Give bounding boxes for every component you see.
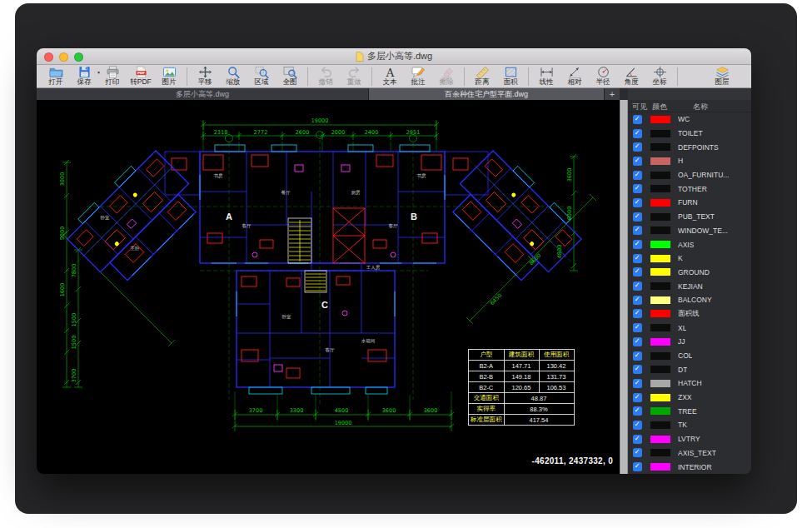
layer-row[interactable]: TK	[628, 418, 751, 432]
toolbar-layers-button[interactable]: 图层	[708, 66, 736, 87]
toolbar-print-button[interactable]: 打印	[98, 66, 127, 87]
layer-color-swatch[interactable]	[650, 324, 670, 331]
layer-color-swatch[interactable]	[650, 241, 670, 248]
minimize-button[interactable]	[59, 52, 68, 62]
layer-row[interactable]: GROUND	[628, 266, 751, 280]
layer-visible-checkbox[interactable]	[633, 212, 642, 222]
layer-row[interactable]: KEJIAN	[628, 279, 751, 293]
layer-color-swatch[interactable]	[650, 421, 670, 429]
tab-2[interactable]: 百余种住宅户型平面.dwg	[369, 88, 605, 100]
splitter-bar[interactable]	[620, 100, 628, 474]
layer-visible-checkbox[interactable]	[633, 115, 642, 124]
toolbar-redo-button[interactable]: 重做	[340, 66, 368, 87]
layer-color-swatch[interactable]	[650, 463, 670, 471]
layer-visible-checkbox[interactable]	[633, 462, 642, 471]
toolbar-area-button[interactable]: 面积	[496, 66, 525, 87]
layer-row[interactable]: TREE	[628, 404, 751, 418]
layer-row[interactable]: TOILET	[628, 127, 751, 141]
layer-visible-checkbox[interactable]	[633, 254, 642, 263]
layer-color-swatch[interactable]	[650, 157, 670, 165]
toolbar-dim-coord-button[interactable]: 坐标	[645, 66, 674, 87]
toolbar-save-button[interactable]: 保存▾	[70, 66, 98, 87]
layer-color-swatch[interactable]	[650, 352, 670, 360]
layer-row[interactable]: K	[628, 252, 751, 266]
layer-row[interactable]: DEFPOINTS	[628, 140, 751, 154]
layer-color-swatch[interactable]	[650, 338, 670, 346]
layer-visible-checkbox[interactable]	[633, 323, 642, 332]
toolbar-text-button[interactable]: A文本	[376, 66, 404, 87]
layer-visible-checkbox[interactable]	[633, 267, 642, 276]
toolbar-pan-button[interactable]: 平移	[191, 66, 219, 87]
layer-color-swatch[interactable]	[650, 268, 670, 276]
layer-row[interactable]: 面积线	[628, 307, 751, 321]
tab-1[interactable]: 多层小高等.dwg	[37, 88, 369, 100]
layer-visible-checkbox[interactable]	[633, 406, 642, 416]
layer-row[interactable]: TOTHER	[628, 182, 751, 196]
layer-color-swatch[interactable]	[650, 407, 670, 415]
toolbar-dim-linear-button[interactable]: 线性	[532, 66, 560, 87]
layer-color-swatch[interactable]	[650, 366, 670, 373]
toolbar-dim-relative-button[interactable]: 相对	[560, 66, 589, 87]
layer-visible-checkbox[interactable]	[633, 421, 642, 430]
toolbar-erase-button[interactable]: 擦除	[432, 66, 461, 87]
layer-color-swatch[interactable]	[650, 380, 670, 387]
layer-color-swatch[interactable]	[650, 394, 670, 401]
layer-visible-checkbox[interactable]	[633, 379, 642, 388]
layer-visible-checkbox[interactable]	[633, 240, 642, 249]
layer-visible-checkbox[interactable]	[633, 184, 642, 193]
layer-row[interactable]: AXIS_TEXT	[628, 446, 751, 461]
layer-row[interactable]: BALCONY	[628, 293, 751, 307]
layer-visible-checkbox[interactable]	[633, 281, 642, 291]
toolbar-dim-angle-button[interactable]: 角度	[617, 66, 645, 87]
toolbar-dim-radius-button[interactable]: 半径	[589, 66, 617, 87]
drawing-canvas[interactable]: 1900023182772260020002400295137003300450…	[37, 100, 620, 474]
layer-visible-checkbox[interactable]	[633, 351, 642, 361]
layer-visible-checkbox[interactable]	[633, 448, 642, 457]
layer-visible-checkbox[interactable]	[633, 365, 642, 374]
layer-row[interactable]: ZXX	[628, 391, 751, 405]
layer-color-swatch[interactable]	[650, 282, 670, 290]
toolbar-zoom-button[interactable]: 缩放	[219, 66, 247, 87]
layer-visible-checkbox[interactable]	[633, 157, 642, 166]
layer-row[interactable]: AXIS	[628, 237, 751, 252]
layer-visible-checkbox[interactable]	[633, 198, 642, 207]
layer-color-swatch[interactable]	[650, 143, 670, 151]
layer-row[interactable]: OA_FURNITU...	[628, 168, 751, 182]
layer-visible-checkbox[interactable]	[633, 226, 642, 235]
toolbar-to-pdf-button[interactable]: PDF转PDF	[127, 66, 155, 87]
layer-visible-checkbox[interactable]	[633, 171, 642, 180]
layer-row[interactable]: HATCH	[628, 376, 751, 391]
layer-color-swatch[interactable]	[650, 227, 670, 234]
layer-row[interactable]: XL	[628, 321, 751, 335]
layer-color-swatch[interactable]	[650, 172, 670, 179]
layer-visible-checkbox[interactable]	[633, 337, 642, 346]
toolbar-distance-button[interactable]: 距离	[468, 66, 496, 87]
layer-visible-checkbox[interactable]	[633, 393, 642, 402]
layer-row[interactable]: WC	[628, 112, 751, 127]
layer-color-swatch[interactable]	[650, 310, 670, 317]
layer-color-swatch[interactable]	[650, 255, 670, 262]
layer-row[interactable]: COL	[628, 349, 751, 363]
layer-visible-checkbox[interactable]	[633, 296, 642, 305]
layer-color-swatch[interactable]	[650, 199, 670, 207]
new-tab-button[interactable]: +	[605, 88, 620, 100]
layer-row[interactable]: PUB_TEXT	[628, 210, 751, 224]
close-button[interactable]	[44, 52, 53, 62]
layer-row[interactable]: DT	[628, 362, 751, 376]
layer-visible-checkbox[interactable]	[633, 129, 642, 138]
toolbar-zoom-area-button[interactable]: 区域	[247, 66, 276, 87]
toolbar-undo-button[interactable]: 撤销	[311, 66, 340, 87]
toolbar-annotate-button[interactable]: 批注	[404, 66, 432, 87]
layer-color-swatch[interactable]	[650, 449, 670, 456]
layer-visible-checkbox[interactable]	[633, 435, 642, 444]
layer-color-swatch[interactable]	[650, 116, 670, 123]
layer-row[interactable]: LVTRY	[628, 432, 751, 446]
layer-visible-checkbox[interactable]	[633, 309, 642, 318]
layer-color-swatch[interactable]	[650, 213, 670, 221]
layer-row[interactable]: INTERIOR	[628, 460, 751, 474]
layer-row[interactable]: JJ	[628, 335, 751, 349]
layer-color-swatch[interactable]	[650, 436, 670, 443]
panel-splitter[interactable]	[620, 88, 628, 474]
layer-row[interactable]: WINDOW_TE...	[628, 224, 751, 238]
layer-row[interactable]: FURN	[628, 196, 751, 210]
